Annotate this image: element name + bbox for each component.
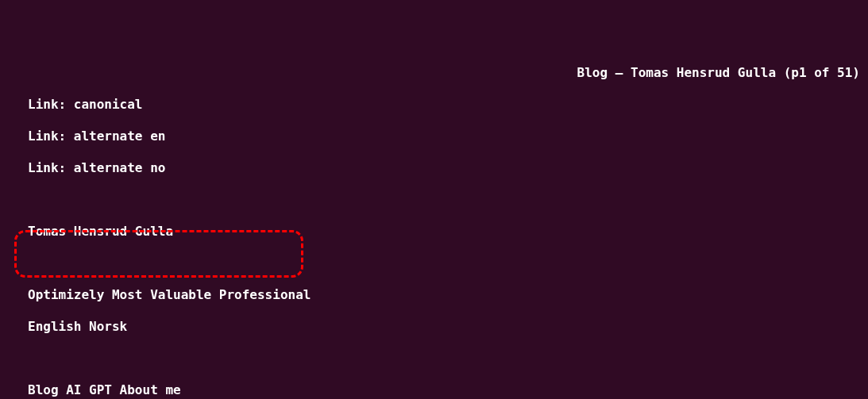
blank-line <box>0 255 868 271</box>
language-switcher[interactable]: English Norsk <box>0 319 868 335</box>
page-status-line: Blog — Tomas Hensrud Gulla (p1 of 51) <box>0 63 868 81</box>
main-nav[interactable]: Blog AI GPT About me <box>0 382 868 398</box>
link-canonical[interactable]: Link: canonical <box>0 97 868 113</box>
site-author: Tomas Hensrud Gulla <box>0 224 868 240</box>
blank-line <box>0 351 868 366</box>
blank-line <box>0 192 868 208</box>
link-alternate-en[interactable]: Link: alternate en <box>0 129 868 144</box>
link-alternate-no[interactable]: Link: alternate no <box>0 160 868 176</box>
site-tagline: Optimizely Most Valuable Professional <box>0 287 868 303</box>
